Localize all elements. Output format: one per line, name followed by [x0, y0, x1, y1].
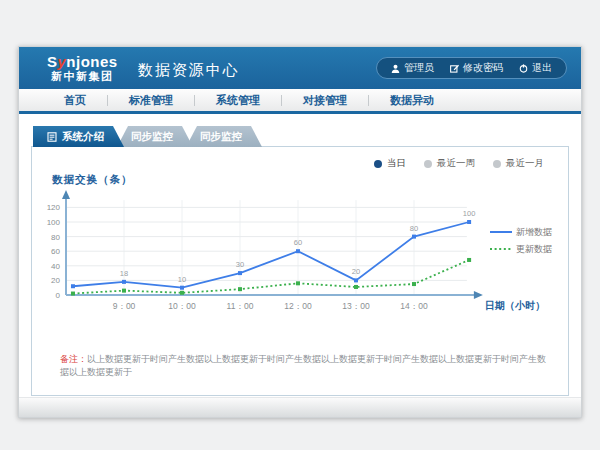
page-background: { "header": { "logo_en": "Synjones", "lo… — [0, 0, 600, 450]
svg-text:11：00: 11：00 — [227, 301, 254, 311]
logo-cn-name: 新中新集团 — [47, 70, 118, 82]
nav-item-3[interactable]: 对接管理 — [282, 93, 368, 108]
content-panel: 当日最近一周最近一月 数据交换（条） 0204060801001209：0010… — [31, 146, 569, 396]
document-icon — [47, 132, 57, 142]
tab-bar: 系统介绍同步监控同步监控 — [33, 126, 581, 147]
filter-label: 最近一周 — [437, 157, 475, 170]
filter-label: 最近一月 — [506, 157, 544, 170]
svg-text:10: 10 — [178, 275, 186, 284]
svg-text:新增数据: 新增数据 — [516, 227, 552, 237]
person-icon — [391, 64, 400, 73]
edit-icon — [450, 64, 459, 73]
svg-text:9：00: 9：00 — [113, 301, 136, 311]
radio-icon — [424, 160, 432, 168]
user-button[interactable]: 管理员 — [391, 61, 434, 75]
tab-label: 同步监控 — [131, 130, 173, 144]
tab-label: 系统介绍 — [62, 130, 104, 144]
power-icon — [519, 64, 528, 73]
tab-0[interactable]: 系统介绍 — [33, 126, 124, 147]
change-password-button[interactable]: 修改密码 — [450, 61, 503, 75]
tab-label: 同步监控 — [200, 130, 242, 144]
main-nav: 首页标准管理系统管理对接管理数据异动 — [19, 89, 581, 114]
svg-text:60: 60 — [51, 247, 60, 256]
logout-button[interactable]: 退出 — [519, 61, 552, 75]
svg-text:14：00: 14：00 — [400, 301, 428, 311]
chart-container: 0204060801001209：0010：0011：0012：0013：001… — [32, 185, 570, 325]
svg-text:60: 60 — [294, 238, 302, 247]
radio-icon — [493, 160, 501, 168]
svg-text:更新数据: 更新数据 — [516, 244, 552, 254]
page-title: 数据资源中心 — [138, 57, 240, 80]
svg-text:40: 40 — [51, 262, 60, 271]
logo-name: Synjones — [47, 54, 118, 71]
time-range-filters: 当日最近一周最近一月 — [374, 157, 544, 170]
legend-filter-2[interactable]: 最近一月 — [493, 157, 544, 170]
svg-text:120: 120 — [47, 203, 61, 212]
svg-text:20: 20 — [352, 267, 360, 276]
user-toolbar: 管理员 修改密码 退出 — [376, 57, 567, 79]
nav-item-1[interactable]: 标准管理 — [108, 93, 194, 108]
window-card: Synjones 新中新集团 数据资源中心 管理员 修改密码 退出 首页标准管理… — [18, 46, 582, 418]
svg-text:100: 100 — [47, 218, 61, 227]
svg-text:30: 30 — [236, 260, 244, 269]
filter-label: 当日 — [387, 157, 406, 170]
radio-icon — [374, 160, 382, 168]
note-text: 以上数据更新于时间产生数据以上数据更新于时间产生数据以上数据更新于时间产生数据以… — [60, 354, 546, 377]
svg-text:80: 80 — [51, 233, 60, 242]
legend-filter-1[interactable]: 最近一周 — [424, 157, 475, 170]
legend-filter-0[interactable]: 当日 — [374, 157, 406, 170]
svg-text:20: 20 — [51, 276, 60, 285]
footer-bar — [19, 397, 581, 417]
svg-text:12：00: 12：00 — [284, 301, 312, 311]
note-prefix: 备注： — [60, 354, 87, 364]
line-chart: 0204060801001209：0010：0011：0012：0013：001… — [32, 185, 570, 325]
svg-text:13：00: 13：00 — [342, 301, 370, 311]
svg-text:100: 100 — [463, 209, 476, 218]
svg-text:10：00: 10：00 — [168, 301, 196, 311]
svg-text:日期（小时）: 日期（小时） — [485, 300, 545, 311]
tab-2[interactable]: 同步监控 — [186, 126, 262, 147]
svg-text:0: 0 — [56, 291, 61, 300]
chart-note: 备注：以上数据更新于时间产生数据以上数据更新于时间产生数据以上数据更新于时间产生… — [60, 353, 548, 378]
svg-text:18: 18 — [120, 269, 128, 278]
nav-item-4[interactable]: 数据异动 — [369, 93, 455, 108]
company-logo: Synjones 新中新集团 — [47, 54, 118, 83]
nav-item-0[interactable]: 首页 — [43, 93, 107, 108]
nav-item-2[interactable]: 系统管理 — [195, 93, 281, 108]
app-header: Synjones 新中新集团 数据资源中心 管理员 修改密码 退出 — [19, 47, 581, 89]
tab-1[interactable]: 同步监控 — [117, 126, 193, 147]
svg-text:80: 80 — [410, 224, 418, 233]
